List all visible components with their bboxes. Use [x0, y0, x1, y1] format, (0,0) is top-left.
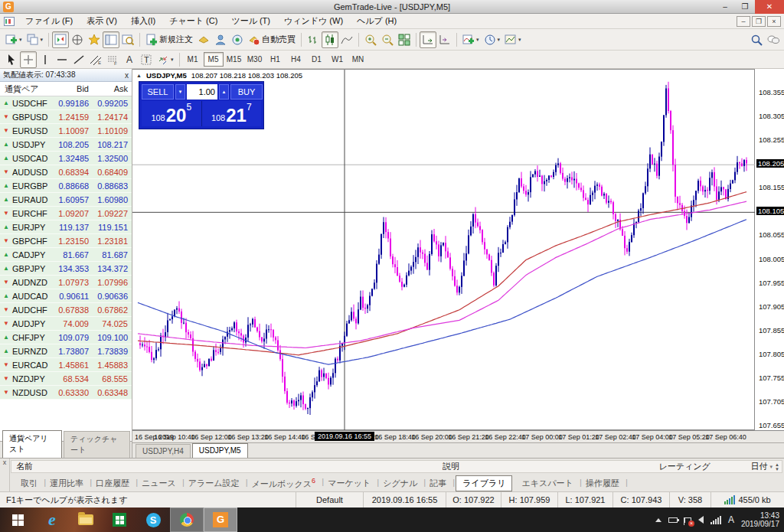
timeframe-button[interactable]: M15 [224, 52, 244, 67]
taskbar-chrome-icon[interactable] [170, 508, 204, 532]
metaeditor-button[interactable] [195, 31, 212, 48]
market-watch-row[interactable]: USDJPY 108.205 108.217 [0, 138, 132, 152]
restore-button[interactable]: ❐ [735, 0, 755, 14]
menu-item[interactable]: ウィンドウ (W) [277, 14, 350, 28]
market-watch-row[interactable]: NZDUSD 0.63330 0.63348 [0, 386, 132, 400]
bar-chart-type-button[interactable] [305, 31, 322, 48]
terminal-tab[interactable]: メールボックス6 [246, 475, 322, 491]
search-icon[interactable] [750, 34, 763, 46]
terminal-column-date[interactable]: 日付 [736, 461, 768, 472]
zoom-in-button[interactable] [362, 31, 379, 48]
tile-windows-button[interactable] [396, 31, 413, 48]
taskbar-clock[interactable]: 13:43 2019/09/17 [741, 511, 779, 528]
taskbar-explorer-icon[interactable] [69, 508, 103, 532]
market-watch-row[interactable]: AUDUSD 0.68394 0.68409 [0, 165, 132, 179]
vertical-line-button[interactable] [37, 51, 54, 68]
chart-minimize-button[interactable]: – [737, 16, 750, 27]
status-profile[interactable]: Default [296, 492, 363, 508]
menu-item[interactable]: ヘルプ (H) [350, 14, 403, 28]
market-watch-row[interactable]: EURCAD 1.45861 1.45883 [0, 358, 132, 372]
new-order-button[interactable]: 新規注文 [143, 31, 195, 48]
market-watch-tab[interactable]: 通貨ペアリスト [2, 430, 62, 458]
ime-indicator[interactable]: A [728, 514, 734, 525]
trendline-button[interactable] [70, 51, 87, 68]
column-symbol[interactable]: 通貨ペア [0, 83, 47, 95]
market-watch-close-icon[interactable]: x [125, 71, 129, 80]
market-watch-row[interactable]: AUDJPY 74.009 74.025 [0, 317, 132, 331]
sell-price[interactable]: 108 20 5 [142, 101, 202, 126]
terminal-column-description[interactable]: 説明 [443, 461, 659, 472]
menu-item[interactable]: チャート (C) [162, 14, 224, 28]
chart-tab[interactable]: USDJPY,M5 [192, 443, 248, 458]
equidistant-channel-button[interactable]: E [87, 51, 104, 68]
action-center-icon[interactable] [684, 517, 691, 523]
zoom-out-button[interactable] [379, 31, 396, 48]
timeframe-button[interactable]: W1 [328, 52, 348, 67]
scroll-spinner-icon[interactable]: ▲▼ [775, 462, 779, 472]
terminal-tab[interactable]: シグナル [377, 476, 423, 491]
market-watch-row[interactable]: AUDNZD 1.07973 1.07996 [0, 276, 132, 289]
favorites-button[interactable] [86, 31, 103, 48]
taskbar-gemtrade-icon[interactable]: G [204, 508, 237, 532]
terminal-tab[interactable]: アラーム設定 [182, 476, 246, 491]
chat-icon[interactable] [767, 34, 779, 46]
profiles-button[interactable]: ▾ [24, 31, 46, 48]
terminal-tab[interactable]: 運用比率 [44, 476, 90, 491]
start-button[interactable] [0, 508, 35, 532]
market-watch-row[interactable]: USDCHF 0.99186 0.99205 [0, 96, 132, 110]
auto-scroll-toggle[interactable] [420, 31, 436, 48]
market-watch-tab[interactable]: ティックチャート [64, 431, 130, 458]
market-watch-row[interactable]: USDCAD 1.32485 1.32500 [0, 152, 132, 165]
market-watch-row[interactable]: CADJPY 81.667 81.687 [0, 248, 132, 262]
minimize-button[interactable]: – [715, 0, 735, 14]
terminal-tab[interactable]: 操作履歴 [580, 476, 626, 491]
menu-item[interactable]: 挿入(I) [124, 14, 162, 28]
alerts-button[interactable] [229, 31, 246, 48]
autotrading-button[interactable]: 自動売買 [246, 31, 298, 48]
market-watch-row[interactable]: EURAUD 1.60957 1.60980 [0, 193, 132, 207]
timeframe-button[interactable]: H1 [266, 52, 286, 67]
terminal-toggle[interactable] [103, 31, 119, 48]
terminal-tab[interactable]: 口座履歴 [90, 476, 136, 491]
arrows-button[interactable]: ▾ [155, 51, 176, 68]
market-watch-row[interactable]: AUDCHF 0.67838 0.67862 [0, 303, 132, 317]
taskbar-skype-icon[interactable]: S [136, 508, 170, 532]
label-button[interactable]: T [138, 51, 155, 68]
timeframe-button[interactable]: M1 [183, 52, 203, 67]
crosshair-button[interactable] [20, 51, 37, 68]
buy-price[interactable]: 108 21 7 [202, 101, 262, 126]
market-watch-row[interactable]: NZDJPY 68.534 68.555 [0, 372, 132, 386]
child-window-icon[interactable] [4, 17, 15, 26]
terminal-tab[interactable]: ニュース [136, 476, 182, 491]
market-watch-row[interactable]: AUDCAD 0.90611 0.90636 [0, 289, 132, 303]
market-watch-row[interactable]: EURCHF 1.09207 1.09227 [0, 207, 132, 220]
chart-plot[interactable]: ▲ USDJPY,M5 108.207 108.218 108.203 108.… [132, 69, 755, 430]
market-watch-row[interactable]: GBPCHF 1.23150 1.23181 [0, 234, 132, 248]
terminal-tab[interactable]: 記事 [423, 476, 452, 491]
line-chart-type-button[interactable] [338, 31, 355, 48]
menu-item[interactable]: ファイル (F) [18, 14, 80, 28]
sell-button[interactable]: SELL [142, 84, 174, 100]
timeframe-button[interactable]: M30 [245, 52, 265, 67]
periods-button[interactable]: ▾ [482, 31, 503, 48]
chart-restore-button[interactable]: ❐ [752, 16, 766, 27]
market-watch-row[interactable]: GBPJPY 134.353 134.372 [0, 262, 132, 276]
timeframe-button[interactable]: MN [348, 52, 368, 67]
text-button[interactable]: A [121, 51, 138, 68]
new-chart-button[interactable]: ▾ [3, 31, 24, 48]
chart-tab[interactable]: USDJPY,H4 [136, 444, 191, 458]
market-watch-row[interactable]: GBPUSD 1.24159 1.24174 [0, 110, 132, 124]
terminal-column-rating[interactable]: レーティング [659, 461, 736, 472]
battery-icon[interactable] [668, 517, 678, 523]
menu-item[interactable]: ツール (T) [224, 14, 277, 28]
one-click-collapse-icon[interactable]: ▲ [136, 73, 142, 78]
market-watch-row[interactable]: EURGBP 0.88668 0.88683 [0, 179, 132, 193]
chart-shift-toggle[interactable] [436, 31, 453, 48]
terminal-close-icon[interactable]: x [0, 459, 9, 466]
volume-input[interactable] [187, 84, 217, 100]
fibonacci-button[interactable]: F [104, 51, 121, 68]
navigator-toggle[interactable] [69, 31, 86, 48]
terminal-tab[interactable]: ライブラリ [456, 475, 512, 491]
volume-up-button[interactable]: ▲ [219, 84, 229, 100]
market-watch-row[interactable]: CHFJPY 109.079 109.100 [0, 331, 132, 344]
